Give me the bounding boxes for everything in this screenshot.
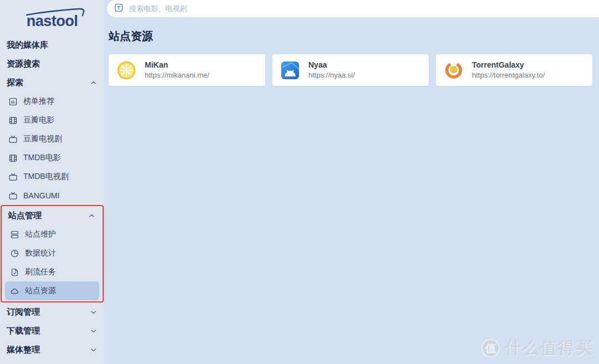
site-card-name: MiKan bbox=[145, 60, 209, 70]
sidebar-section-label: 站点管理 bbox=[8, 211, 42, 221]
watermark-text: 什么值得买 bbox=[505, 337, 593, 360]
sidebar-item-label: 我的媒体库 bbox=[7, 40, 48, 50]
site-card-url: https://mikanani.me/ bbox=[145, 71, 209, 80]
nastool-logo[interactable]: nastool bbox=[27, 14, 78, 29]
sidebar-section-label: 探索 bbox=[7, 78, 23, 88]
sidebar-section-header-subscription-management[interactable]: 订阅管理 bbox=[0, 303, 104, 321]
sidebar-section-media-organize: 媒体整理 bbox=[0, 340, 104, 359]
main-content: 站点资源 MiKanhttps://mikanani.me/Nyaahttps:… bbox=[104, 0, 599, 364]
site-card-info: Nyaahttps://nyaa.si/ bbox=[308, 60, 355, 80]
sidebar-item-site-maintenance[interactable]: 站点维护 bbox=[2, 225, 103, 244]
sidebar-section-label: 下载管理 bbox=[7, 326, 40, 336]
sidebar-section-site-management-highlight-box: 站点管理站点维护数据统计刷流任务站点资源 bbox=[1, 205, 104, 303]
watermark: 值 什么值得买 bbox=[481, 337, 593, 360]
sidebar-item-douban-movies[interactable]: 豆瓣电影 bbox=[0, 111, 104, 130]
site-card-name: Nyaa bbox=[308, 60, 355, 70]
sidebar-item-label: 豆瓣电视剧 bbox=[23, 134, 62, 144]
sidebar-item-douban-tv[interactable]: 豆瓣电视剧 bbox=[0, 130, 104, 148]
sidebar-item-label: 资源搜索 bbox=[7, 59, 40, 69]
site-cards-grid: MiKanhttps://mikanani.me/Nyaahttps://nya… bbox=[109, 54, 592, 86]
sidebar-item-rankings[interactable]: 榜单推荐 bbox=[0, 92, 104, 111]
chevron-up-icon bbox=[89, 79, 98, 87]
sidebar-item-label: BANGUMI bbox=[23, 191, 59, 200]
task-icon bbox=[9, 268, 19, 277]
site-card-mikan[interactable]: MiKanhttps://mikanani.me/ bbox=[109, 54, 265, 86]
sidebar-item-tmdb-movies[interactable]: TMDB电影 bbox=[0, 148, 104, 167]
sidebar-item-resource-search[interactable]: 资源搜索 bbox=[0, 54, 104, 73]
mikan-lemon-icon bbox=[116, 60, 136, 80]
sidebar-section-explore: 探索榜单推荐豆瓣电影豆瓣电视剧TMDB电影TMDB电视剧BANGUMI bbox=[0, 73, 104, 205]
server-icon bbox=[9, 230, 19, 239]
search-source-button[interactable] bbox=[114, 3, 123, 14]
tv-icon bbox=[8, 135, 18, 144]
sidebar-section-header-explore[interactable]: 探索 bbox=[0, 73, 104, 92]
sidebar-item-brush-tasks[interactable]: 刷流任务 bbox=[2, 263, 103, 281]
cloud-icon bbox=[9, 286, 19, 296]
logo-swoosh-icon bbox=[24, 8, 90, 19]
site-card-nyaa[interactable]: Nyaahttps://nyaa.si/ bbox=[272, 54, 429, 86]
sidebar-item-label: 刷流任务 bbox=[25, 267, 56, 277]
sidebar-item-tmdb-tv[interactable]: TMDB电视剧 bbox=[0, 167, 104, 186]
sidebar-section-header-download-management[interactable]: 下载管理 bbox=[0, 321, 104, 340]
sidebar-section-header-media-organize[interactable]: 媒体整理 bbox=[0, 340, 104, 359]
site-card-url: https://torrentgalaxy.to/ bbox=[472, 71, 545, 80]
sidebar-section-download-management: 下载管理 bbox=[0, 321, 104, 340]
watermark-badge-icon: 值 bbox=[481, 339, 500, 357]
search-bar bbox=[107, 0, 599, 17]
sidebar-item-label: 数据统计 bbox=[25, 248, 56, 258]
tmdb-source-icon bbox=[114, 3, 123, 14]
chevron-down-icon bbox=[89, 308, 98, 316]
chevron-down-icon bbox=[89, 327, 98, 335]
sidebar-item-services[interactable]: 服务 bbox=[0, 359, 104, 364]
sidebar-section-subscription-management: 订阅管理 bbox=[0, 303, 104, 321]
sidebar-item-site-resources[interactable]: 站点资源 bbox=[5, 281, 99, 300]
sidebar-item-label: 站点资源 bbox=[25, 286, 56, 296]
sidebar-section-label: 媒体整理 bbox=[7, 345, 40, 355]
sidebar-item-my-media-library[interactable]: 我的媒体库 bbox=[0, 35, 104, 54]
sidebar-item-bangumi[interactable]: BANGUMI bbox=[0, 186, 104, 205]
sidebar-item-label: 榜单推荐 bbox=[23, 96, 54, 106]
sidebar-menu: 我的媒体库资源搜索探索榜单推荐豆瓣电影豆瓣电视剧TMDB电影TMDB电视剧BAN… bbox=[0, 35, 104, 364]
site-card-torrentgalaxy[interactable]: TorrentGalaxyhttps://torrentgalaxy.to/ bbox=[436, 54, 592, 86]
bar-chart-icon bbox=[8, 97, 18, 106]
sidebar-item-label: 站点维护 bbox=[25, 229, 56, 239]
site-card-url: https://nyaa.si/ bbox=[308, 71, 355, 80]
search-input[interactable] bbox=[129, 0, 599, 17]
site-card-info: TorrentGalaxyhttps://torrentgalaxy.to/ bbox=[472, 60, 545, 80]
sidebar-item-data-statistics[interactable]: 数据统计 bbox=[2, 244, 103, 263]
chevron-down-icon bbox=[89, 346, 98, 354]
sidebar-item-label: TMDB电视剧 bbox=[23, 172, 69, 182]
sidebar-section-header-site-management[interactable]: 站点管理 bbox=[2, 206, 103, 225]
sidebar-item-label: TMDB电影 bbox=[23, 153, 61, 163]
logo-container: nastool bbox=[0, 0, 104, 29]
site-card-info: MiKanhttps://mikanani.me/ bbox=[145, 60, 209, 80]
tv-icon bbox=[8, 191, 18, 201]
torrentgalaxy-icon bbox=[444, 60, 464, 80]
film-icon bbox=[8, 116, 18, 125]
pie-chart-icon bbox=[9, 249, 19, 258]
film-icon bbox=[8, 153, 18, 163]
sidebar-section-label: 订阅管理 bbox=[7, 307, 40, 317]
page-title: 站点资源 bbox=[109, 29, 599, 44]
chevron-up-icon bbox=[88, 212, 96, 220]
sidebar: nastool 我的媒体库资源搜索探索榜单推荐豆瓣电影豆瓣电视剧TMDB电影TM… bbox=[0, 0, 104, 364]
site-card-name: TorrentGalaxy bbox=[472, 60, 545, 70]
nyaa-cat-icon bbox=[280, 60, 300, 80]
app-window: nastool 我的媒体库资源搜索探索榜单推荐豆瓣电影豆瓣电视剧TMDB电影TM… bbox=[0, 0, 599, 364]
tv-icon bbox=[8, 172, 18, 182]
sidebar-item-label: 豆瓣电影 bbox=[23, 115, 54, 125]
